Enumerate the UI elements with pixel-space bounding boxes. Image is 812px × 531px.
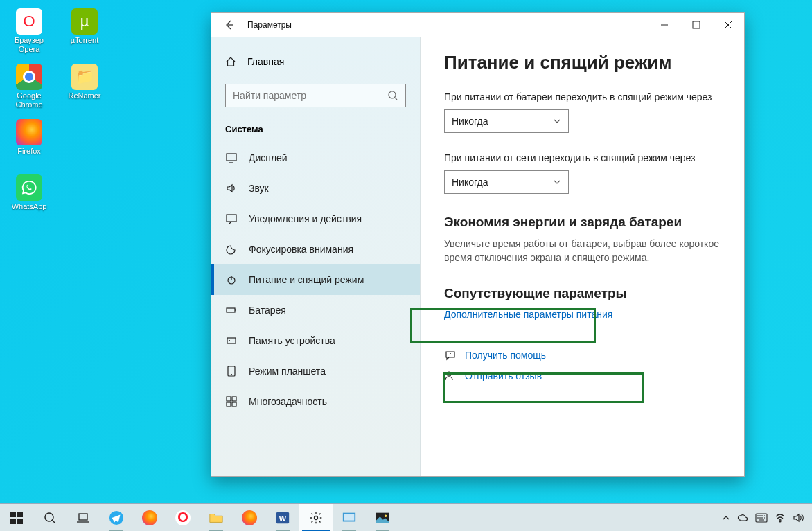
taskbar-search-button[interactable] xyxy=(33,504,67,532)
search-box[interactable] xyxy=(225,84,406,107)
storage-icon xyxy=(225,335,238,346)
sound-icon xyxy=(225,183,238,194)
taskbar-app-settings[interactable] xyxy=(299,504,333,532)
tray-input-icon[interactable] xyxy=(755,513,768,523)
sidebar-item-notifications[interactable]: Уведомления и действия xyxy=(211,204,420,234)
taskbar: O W xyxy=(0,503,812,531)
task-view-button[interactable] xyxy=(67,504,100,532)
svg-point-9 xyxy=(231,375,232,375)
desktop-icon-label: БраузерOpera xyxy=(15,36,44,54)
search-icon xyxy=(387,90,398,101)
svg-text:W: W xyxy=(279,514,287,522)
tray-volume-icon[interactable] xyxy=(793,512,804,523)
sidebar-item-label: Память устройства xyxy=(249,335,335,346)
svg-rect-2 xyxy=(227,154,236,161)
sidebar-item-label: Многозадачность xyxy=(249,396,327,407)
taskbar-app-firefox[interactable] xyxy=(133,504,166,532)
sidebar-item-focus[interactable]: Фокусировка внимания xyxy=(211,234,420,264)
chevron-down-icon xyxy=(553,117,561,125)
svg-point-30 xyxy=(779,521,781,522)
svg-point-14 xyxy=(447,372,451,376)
sidebar-item-label: Звук xyxy=(249,183,269,194)
sidebar-item-tablet[interactable]: Режим планшета xyxy=(211,356,420,386)
taskbar-app-telegram[interactable] xyxy=(100,504,133,532)
desktop-icon-renamer[interactable]: 📁 ReNamer xyxy=(61,61,108,111)
sidebar-item-label: Дисплей xyxy=(249,152,288,163)
renamer-icon: 📁 xyxy=(71,64,98,90)
svg-rect-3 xyxy=(227,215,236,222)
battery-sleep-dropdown[interactable]: Никогда xyxy=(444,109,569,133)
sidebar-item-label: Питание и спящий режим xyxy=(249,274,364,285)
chrome-icon xyxy=(16,64,42,90)
system-tray xyxy=(722,512,812,523)
sidebar-item-display[interactable]: Дисплей xyxy=(211,143,420,173)
tray-chevron-up-icon[interactable] xyxy=(722,514,730,522)
telegram-icon xyxy=(109,510,124,525)
desktop-icon-label: Firefox xyxy=(17,147,41,156)
desktop-icon-whatsapp[interactable]: WhatsApp xyxy=(6,172,53,222)
desktop-icon-opera[interactable]: O БраузерOpera xyxy=(6,6,53,55)
photos-icon xyxy=(375,510,390,525)
start-button[interactable] xyxy=(0,504,33,532)
desktop: O БраузерOpera µ µTorrent GoogleChrome 📁… xyxy=(0,0,812,531)
settings-main-panel: Питание и спящий режим При питании от ба… xyxy=(421,37,744,476)
energy-section-text: Увеличьте время работы от батареи, выбра… xyxy=(444,237,721,265)
battery-sleep-label: При питании от батареи переходить в спящ… xyxy=(444,91,721,102)
link-label: Отправить отзыв xyxy=(465,370,542,381)
home-icon xyxy=(225,56,236,67)
back-button[interactable] xyxy=(222,18,236,32)
taskbar-app-opera[interactable]: O xyxy=(166,504,200,532)
settings-window: Параметры Главная xyxy=(211,12,745,477)
close-button[interactable] xyxy=(712,13,744,37)
titlebar: Параметры xyxy=(211,13,744,37)
svg-point-1 xyxy=(389,91,396,98)
utorrent-icon: µ xyxy=(71,8,98,35)
svg-rect-16 xyxy=(17,512,23,517)
sidebar-item-storage[interactable]: Память устройства xyxy=(211,325,420,356)
sidebar-item-label: Фокусировка внимания xyxy=(249,244,353,255)
power-icon xyxy=(225,274,238,285)
plugged-sleep-dropdown[interactable]: Никогда xyxy=(444,170,569,194)
svg-rect-20 xyxy=(79,514,87,520)
display-icon xyxy=(225,152,238,163)
desktop-icon-chrome[interactable]: GoogleChrome xyxy=(6,61,53,111)
sidebar-category-header: Система xyxy=(211,120,420,143)
svg-rect-17 xyxy=(10,519,16,524)
sidebar-item-label: Режим планшета xyxy=(249,366,326,377)
sidebar-item-battery[interactable]: Батарея xyxy=(211,295,420,325)
settings-sidebar: Главная Система Дисплей Звук xyxy=(211,37,421,476)
sidebar-item-label: Уведомления и действия xyxy=(249,213,362,224)
minimize-button[interactable] xyxy=(648,13,680,37)
tray-onedrive-icon[interactable] xyxy=(737,512,748,523)
desktop-icon-label: GoogleChrome xyxy=(15,91,42,109)
firefox-icon xyxy=(242,510,257,525)
tray-wifi-icon[interactable] xyxy=(775,512,786,523)
maximize-button[interactable] xyxy=(680,13,712,37)
svg-point-28 xyxy=(385,514,387,517)
svg-rect-11 xyxy=(232,397,236,401)
sidebar-item-power[interactable]: Питание и спящий режим xyxy=(211,264,420,295)
taskbar-app-photos[interactable] xyxy=(366,504,399,532)
get-help-link[interactable]: Получить помощь xyxy=(444,350,721,361)
gear-icon xyxy=(309,511,323,525)
sidebar-home[interactable]: Главная xyxy=(211,49,420,74)
svg-rect-18 xyxy=(17,519,23,524)
search-input[interactable] xyxy=(233,90,387,101)
feedback-icon xyxy=(444,370,457,381)
sidebar-item-multitask[interactable]: Многозадачность xyxy=(211,386,420,417)
desktop-icon-firefox[interactable]: Firefox xyxy=(6,116,53,166)
link-label: Получить помощь xyxy=(465,350,546,361)
taskbar-app-control-panel[interactable] xyxy=(333,504,366,532)
taskbar-app-firefox-2[interactable] xyxy=(233,504,266,532)
help-icon xyxy=(444,350,457,361)
chevron-down-icon xyxy=(553,178,561,186)
taskbar-app-explorer[interactable] xyxy=(200,504,233,532)
taskbar-app-word[interactable]: W xyxy=(266,504,299,532)
send-feedback-link[interactable]: Отправить отзыв xyxy=(444,370,721,381)
sidebar-item-sound[interactable]: Звук xyxy=(211,173,420,204)
desktop-icon-utorrent[interactable]: µ µTorrent xyxy=(61,6,108,55)
svg-rect-15 xyxy=(10,512,16,517)
additional-power-settings-link[interactable]: Дополнительные параметры питания xyxy=(444,309,612,320)
svg-point-24 xyxy=(315,516,318,519)
firefox-icon xyxy=(142,510,157,525)
